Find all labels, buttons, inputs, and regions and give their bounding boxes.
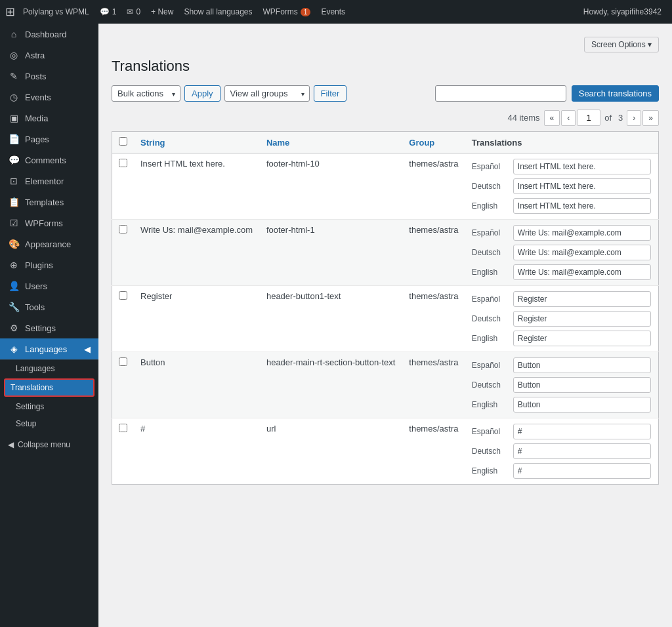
translation-row: Español xyxy=(472,159,652,174)
sidebar-item-templates[interactable]: 📋 Templates xyxy=(0,192,98,212)
site-name-label: Polylang vs WPML xyxy=(23,7,89,16)
sidebar-item-label: Tools xyxy=(25,302,45,312)
col-string-header[interactable]: String xyxy=(134,132,260,153)
view-all-groups-select[interactable]: View all groups xyxy=(224,85,310,102)
lang-label: Deutsch xyxy=(472,447,508,456)
last-page-button[interactable]: » xyxy=(642,110,659,126)
translation-input[interactable] xyxy=(513,357,651,373)
topbar-new[interactable]: + New xyxy=(146,0,178,24)
pages-icon: 📄 xyxy=(8,134,20,144)
sidebar-sub-setup[interactable]: Setup xyxy=(0,415,98,432)
translation-row: Deutsch xyxy=(472,245,652,260)
row-string: Register xyxy=(134,286,260,352)
collapse-icon: ◀ xyxy=(8,440,14,449)
sidebar-item-languages[interactable]: ◈ Languages ◀ xyxy=(0,338,98,359)
translation-input[interactable] xyxy=(513,377,651,393)
search-translations-button[interactable]: Search translations xyxy=(572,85,659,102)
sidebar-sub-languages[interactable]: Languages xyxy=(0,360,98,377)
row-string: Button xyxy=(134,352,260,418)
translation-input[interactable] xyxy=(513,424,651,439)
topbar-comments[interactable]: 💬 1 xyxy=(94,0,122,24)
row-checkbox[interactable] xyxy=(119,357,127,366)
sidebar-sub-settings[interactable]: Settings xyxy=(0,398,98,415)
bulk-actions-select[interactable]: Bulk actions xyxy=(112,85,180,102)
translation-input[interactable] xyxy=(513,264,651,280)
sidebar-item-wpforms[interactable]: ☑ WPForms xyxy=(0,212,98,233)
sidebar-item-dashboard[interactable]: ⌂ Dashboard xyxy=(0,24,98,45)
select-all-checkbox[interactable] xyxy=(119,137,127,146)
view-all-groups-wrapper: View all groups xyxy=(224,85,310,102)
lang-label: English xyxy=(472,268,508,277)
sidebar-item-pages[interactable]: 📄 Pages xyxy=(0,129,98,150)
translation-input[interactable] xyxy=(513,311,651,327)
translation-input[interactable] xyxy=(513,443,651,459)
row-checkbox-cell xyxy=(112,286,135,352)
search-input[interactable] xyxy=(435,85,566,102)
next-page-button[interactable]: › xyxy=(627,110,641,126)
translation-input[interactable] xyxy=(513,159,651,174)
table-row: Write Us: mail@example.comfooter-html-1t… xyxy=(112,220,659,286)
sidebar-item-users[interactable]: 👤 Users xyxy=(0,275,98,296)
row-checkbox[interactable] xyxy=(119,291,127,300)
row-checkbox[interactable] xyxy=(119,424,127,432)
sidebar-item-elementor[interactable]: ⊡ Elementor xyxy=(0,171,98,192)
events-icon: ◷ xyxy=(8,92,20,102)
translation-input[interactable] xyxy=(513,463,651,479)
translation-input[interactable] xyxy=(513,245,651,260)
screen-options-button[interactable]: Screen Options ▾ xyxy=(584,37,659,52)
row-checkbox-cell xyxy=(112,220,135,286)
translation-input[interactable] xyxy=(513,178,651,194)
prev-page-button[interactable]: ‹ xyxy=(561,110,576,126)
col-name-header[interactable]: Name xyxy=(260,132,402,153)
filter-button[interactable]: Filter xyxy=(314,85,347,102)
col-group-header[interactable]: Group xyxy=(402,132,465,153)
topbar-mentions[interactable]: ✉ 0 xyxy=(121,0,146,24)
sidebar-item-plugins[interactable]: ⊕ Plugins xyxy=(0,254,98,275)
wpforms-badge: 1 xyxy=(301,8,311,16)
sidebar-item-events[interactable]: ◷ Events xyxy=(0,87,98,108)
sidebar-item-label: Astra xyxy=(25,51,45,60)
translation-input[interactable] xyxy=(513,331,651,346)
translation-row: English xyxy=(472,198,652,214)
row-checkbox[interactable] xyxy=(119,159,127,167)
bulk-actions-wrapper: Bulk actions xyxy=(112,85,180,102)
sidebar-item-appearance[interactable]: 🎨 Appearance xyxy=(0,233,98,254)
collapse-menu-button[interactable]: ◀ Collapse menu xyxy=(0,435,98,455)
sidebar-item-comments[interactable]: 💬 Comments xyxy=(0,150,98,171)
row-translations: Español Deutsch English xyxy=(465,153,659,220)
translation-input[interactable] xyxy=(513,291,651,307)
translation-input[interactable] xyxy=(513,397,651,413)
mention-icon: ✉ xyxy=(127,7,133,16)
sidebar-sub-translations[interactable]: Translations xyxy=(4,378,94,397)
translation-input[interactable] xyxy=(513,225,651,241)
page-total: 3 xyxy=(616,113,625,123)
row-group: themes/astra xyxy=(402,352,465,418)
sidebar-item-tools[interactable]: 🔧 Tools xyxy=(0,296,98,317)
page-number-input[interactable] xyxy=(577,110,600,126)
sidebar-item-settings[interactable]: ⚙ Settings xyxy=(0,317,98,338)
translation-input[interactable] xyxy=(513,198,651,214)
topbar-events[interactable]: Events xyxy=(316,0,350,24)
first-page-button[interactable]: « xyxy=(544,110,560,126)
sidebar-item-label: Templates xyxy=(25,197,64,207)
topbar-show-all-languages[interactable]: Show all languages xyxy=(178,0,257,24)
col-translations-header: Translations xyxy=(465,132,659,153)
row-checkbox-cell xyxy=(112,352,135,418)
user-label: Howdy, siyapifihe3942 xyxy=(583,7,662,16)
apply-button[interactable]: Apply xyxy=(184,85,220,102)
sidebar-item-label: WPForms xyxy=(25,218,63,228)
row-group: themes/astra xyxy=(402,220,465,286)
table-row: Buttonheader-main-rt-section-button-text… xyxy=(112,352,659,418)
translation-row: English xyxy=(472,463,652,479)
row-checkbox[interactable] xyxy=(119,225,127,233)
row-string: Write Us: mail@example.com xyxy=(134,220,260,286)
sidebar-item-posts[interactable]: ✎ Posts xyxy=(0,66,98,87)
sidebar-item-astra[interactable]: ◎ Astra xyxy=(0,45,98,66)
topbar-user[interactable]: Howdy, siyapifihe3942 xyxy=(578,7,667,16)
sidebar-item-media[interactable]: ▣ Media xyxy=(0,108,98,129)
site-name[interactable]: Polylang vs WPML xyxy=(18,7,94,16)
lang-label: Español xyxy=(472,294,508,304)
lang-label: Deutsch xyxy=(472,380,508,390)
topbar-wpforms[interactable]: WPForms 1 xyxy=(258,0,316,24)
row-translations: Español Deutsch English xyxy=(465,418,659,485)
